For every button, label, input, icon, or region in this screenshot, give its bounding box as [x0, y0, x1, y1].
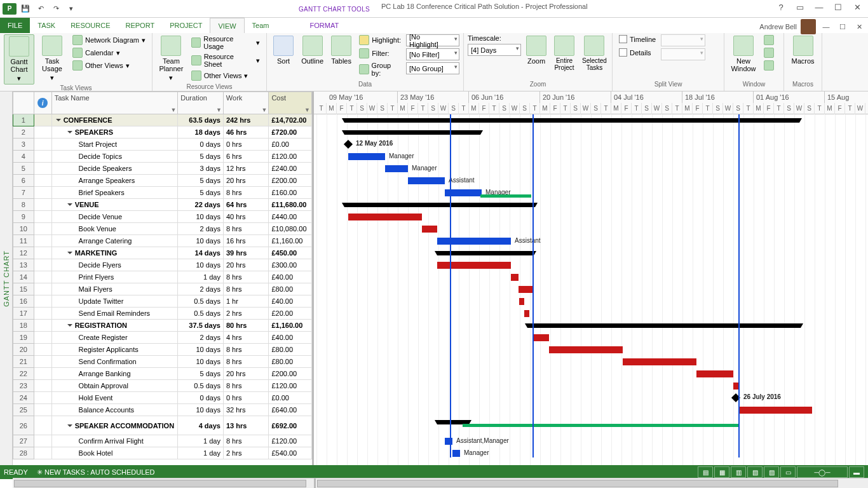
table-row[interactable]: 1CONFERENCE63.5 days242 hrs£14,702.00 [13, 114, 312, 126]
row-number[interactable]: 8 [13, 199, 34, 211]
task-bar[interactable] [733, 383, 738, 390]
timescale-select[interactable]: [4] Days [468, 44, 521, 56]
task-name-cell[interactable]: Arrange Catering [52, 235, 179, 247]
work-cell[interactable]: 16 hrs [224, 235, 269, 247]
work-cell[interactable]: 20 hrs [224, 368, 269, 380]
details-check[interactable]: Details [616, 48, 658, 57]
table-row[interactable]: 21Send Confirmation10 days8 hrs£80.00 [13, 356, 312, 368]
task-name-cell[interactable]: CONFERENCE [52, 114, 179, 126]
task-bar[interactable] [549, 346, 623, 353]
duration-cell[interactable]: 2 days [178, 283, 224, 295]
task-name-cell[interactable]: Send Email Reminders [52, 308, 179, 320]
task-name-cell[interactable]: Book Hotel [52, 447, 179, 459]
duration-cell[interactable]: 10 days [178, 235, 224, 247]
collapse-icon[interactable] [67, 252, 72, 254]
table-row[interactable]: 20Register Applicants10 days8 hrs£80.00 [13, 344, 312, 356]
duration-cell[interactable]: 10 days [178, 404, 224, 416]
duration-cell[interactable]: 10 days [178, 356, 224, 368]
row-number[interactable]: 7 [13, 187, 34, 199]
duration-cell[interactable]: 0 days [178, 139, 224, 151]
task-name-cell[interactable]: VENUE [52, 199, 179, 211]
timeline-view-select[interactable] [661, 34, 705, 46]
row-number[interactable]: 24 [13, 392, 34, 404]
qat-dropdown-icon[interactable]: ▾ [65, 3, 78, 15]
duration-cell[interactable]: 10 days [178, 211, 224, 223]
cost-cell[interactable]: £160.00 [269, 187, 312, 199]
table-row[interactable]: 15Mail Flyers2 days8 hrs£80.00 [13, 283, 312, 295]
cost-cell[interactable]: £20.00 [269, 308, 312, 320]
task-name-cell[interactable]: Confirm Arrival Flight [52, 435, 179, 447]
task-name-cell[interactable]: Decide Venue [52, 211, 179, 223]
cost-cell[interactable]: £540.00 [269, 447, 312, 459]
horizontal-scrollbar[interactable] [13, 478, 868, 488]
task-name-cell[interactable]: Create Register [52, 332, 179, 344]
table-row[interactable]: 5Decide Speakers3 days12 hrs£240.00 [13, 163, 312, 175]
cost-cell[interactable]: £80.00 [269, 356, 312, 368]
user-account[interactable]: Andrew Bell — ☐ ✕ [759, 19, 865, 34]
duration-cell[interactable]: 3 days [178, 163, 224, 175]
table-row[interactable]: 16Update Twitter0.5 days1 hr£40.00 [13, 295, 312, 308]
task-name-cell[interactable]: Brief Speakers [52, 187, 179, 199]
work-cell[interactable]: 1 hr [224, 295, 269, 308]
table-row[interactable]: 27Confirm Arrival Flight1 day8 hrs£120.0… [13, 435, 312, 447]
table-row[interactable]: 18REGISTRATION37.5 days80 hrs£1,160.00 [13, 320, 312, 332]
row-number[interactable]: 23 [13, 380, 34, 392]
summary-bar[interactable] [344, 118, 799, 123]
doc-restore-icon[interactable]: ☐ [836, 23, 849, 31]
task-name-cell[interactable]: SPEAKERS [52, 126, 179, 139]
table-row[interactable]: 8VENUE22 days64 hrs£11,680.00 [13, 199, 312, 211]
selected-tasks-button[interactable]: Selected Tasks [580, 34, 609, 81]
work-cell[interactable]: 4 hrs [224, 332, 269, 344]
row-number[interactable]: 28 [13, 447, 34, 459]
cost-cell[interactable]: £200.00 [269, 368, 312, 380]
row-number[interactable]: 16 [13, 295, 34, 308]
row-number[interactable]: 13 [13, 259, 34, 271]
task-name-cell[interactable]: Decide Speakers [52, 163, 179, 175]
cost-cell[interactable]: £80.00 [269, 283, 312, 295]
table-row[interactable]: 23Obtain Approval0.5 days8 hrs£120.00 [13, 380, 312, 392]
cost-cell[interactable]: £0.00 [269, 392, 312, 404]
ribbon-toggle-icon[interactable]: ▭ [790, 0, 810, 14]
task-name-cell[interactable]: Decide Topics [52, 151, 179, 163]
redo-icon[interactable]: ↷ [50, 3, 62, 15]
table-row[interactable]: 6Arrange Speakers5 days20 hrs£200.00 [13, 175, 312, 187]
work-cell[interactable]: 12 hrs [224, 163, 269, 175]
work-cell[interactable]: 8 hrs [224, 344, 269, 356]
scroll-thumb-right[interactable] [317, 480, 838, 487]
row-number[interactable]: 15 [13, 283, 34, 295]
row-number[interactable]: 1 [13, 114, 34, 126]
cost-cell[interactable]: £120.00 [269, 380, 312, 392]
network-diagram-button[interactable]: Network Diagram ▾ [70, 34, 148, 46]
duration-cell[interactable]: 0 days [178, 392, 224, 404]
view-gantt-icon[interactable]: ▤ [698, 466, 713, 478]
switch-windows-button[interactable] [761, 34, 776, 46]
task-bar[interactable] [696, 370, 733, 377]
row-number[interactable]: 6 [13, 175, 34, 187]
table-row[interactable]: 2SPEAKERS18 days46 hrs£720.00 [13, 126, 312, 139]
task-bar[interactable] [623, 358, 696, 365]
table-row[interactable]: 17Send Email Reminders0.5 days2 hrs£20.0… [13, 308, 312, 320]
scroll-thumb-left[interactable] [14, 480, 306, 487]
work-cell[interactable]: 8 hrs [224, 435, 269, 447]
tab-report[interactable]: REPORT [118, 18, 163, 33]
work-cell[interactable]: 2 hrs [224, 447, 269, 459]
row-number[interactable]: 26 [13, 416, 34, 435]
task-name-cell[interactable]: Print Flyers [52, 271, 179, 283]
duration-cell[interactable]: 5 days [178, 175, 224, 187]
task-bar[interactable] [519, 286, 534, 293]
table-row[interactable]: 22Arrange Banking5 days20 hrs£200.00 [13, 368, 312, 380]
table-row[interactable]: 11Arrange Catering10 days16 hrs£1,160.00 [13, 235, 312, 247]
work-cell[interactable]: 20 hrs [224, 259, 269, 271]
select-all-cell[interactable] [13, 92, 34, 114]
filter-select[interactable]: [No Filter] [406, 48, 459, 60]
resource-sheet-button[interactable]: Resource Sheet ▾ [189, 52, 262, 69]
cost-cell[interactable]: £1,160.00 [269, 320, 312, 332]
cost-cell[interactable]: £10,080.00 [269, 223, 312, 235]
cost-cell[interactable]: £692.00 [269, 416, 312, 435]
sort-button[interactable]: Sort [271, 34, 296, 81]
row-number[interactable]: 12 [13, 247, 34, 259]
row-number[interactable]: 3 [13, 139, 34, 151]
task-bar[interactable] [385, 165, 408, 172]
duration-cell[interactable]: 0.5 days [178, 295, 224, 308]
tab-view[interactable]: VIEW [210, 18, 244, 33]
